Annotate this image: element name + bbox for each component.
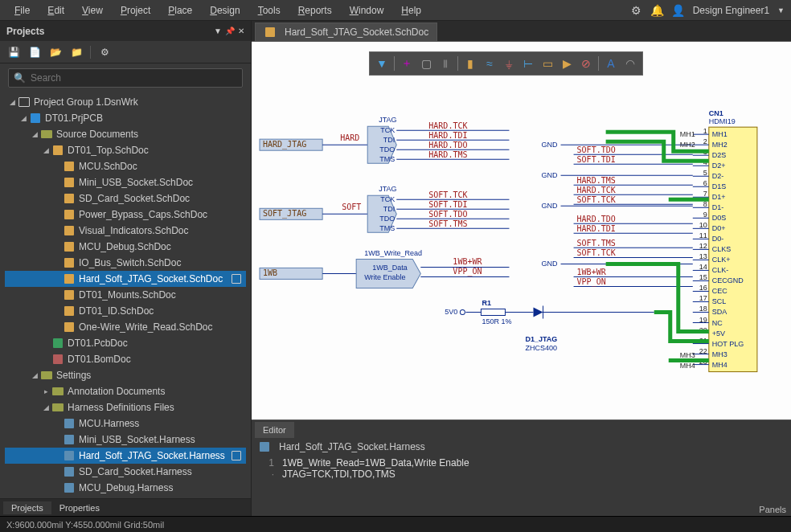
menu-project[interactable]: Project [113, 2, 158, 18]
onewb-harness: 1WB 1WB_Write_Read 1WB_Data Write Enable… [260, 249, 509, 288]
tree-item[interactable]: ◢ Source Documents [5, 126, 246, 142]
svg-text:GND: GND [542, 141, 559, 149]
place-gnd-icon[interactable]: ⏚ [500, 55, 518, 72]
tree-item[interactable]: Mini_USB_Socket.SchDoc [5, 174, 246, 190]
tree-item[interactable]: ◢ DT01.PrjPCB [5, 110, 246, 126]
tree-item[interactable]: DT01_ID.SchDoc [5, 303, 246, 319]
doc-tab-active[interactable]: Hard_Soft_JTAG_Socket.SchDoc [255, 23, 437, 41]
filter-icon[interactable]: ▼ [373, 55, 391, 72]
editor-code[interactable]: 11WB_Write_Read=1WB_Data,Write Enable·JT… [252, 456, 791, 516]
panel-close-icon[interactable]: ✕ [238, 27, 244, 35]
cursor-icon[interactable]: ＋ [398, 55, 416, 72]
svg-text:17: 17 [699, 294, 707, 302]
tab-projects[interactable]: Projects [3, 501, 51, 514]
projects-toolbar: 💾 📄 📂 📁 ⚙ [0, 41, 251, 63]
align-icon[interactable]: ⫴ [436, 55, 454, 72]
panel-dropdown-icon[interactable]: ▼ [214, 27, 222, 35]
svg-text:18: 18 [699, 305, 707, 313]
editor-tab[interactable]: Editor [255, 422, 294, 438]
tree-item[interactable]: Hard_Soft_JTAG_Socket.Harness [5, 448, 246, 464]
tree-item[interactable]: Visual_Indicators.SchDoc [5, 223, 246, 239]
user-dropdown-icon[interactable]: ▼ [777, 6, 785, 14]
place-port-icon[interactable]: ▶ [558, 55, 576, 72]
svg-text:9: 9 [703, 211, 707, 219]
tree-item[interactable]: MCU_Debug.Harness [5, 480, 246, 496]
save-icon[interactable]: 💾 [6, 45, 21, 59]
file-icon [18, 96, 31, 108]
arc-icon[interactable]: ◠ [621, 55, 639, 72]
menu-place[interactable]: Place [160, 2, 200, 18]
tree-item-label: Source Documents [56, 129, 138, 140]
user-name[interactable]: Design Engineer1 [693, 5, 769, 16]
tree-toggle-icon[interactable]: ◢ [40, 403, 51, 411]
tree-item[interactable]: SD_Card_Socket.SchDoc [5, 190, 246, 207]
menu-edit[interactable]: Edit [39, 2, 72, 18]
tree-toggle-icon[interactable]: ◢ [29, 130, 40, 138]
place-bus-icon[interactable]: ⊢ [519, 55, 537, 72]
search-icon: 🔍 [14, 72, 26, 84]
tree-item[interactable]: SD_Card_Socket.Harness [5, 464, 246, 480]
tree-item[interactable]: MCU.SchDoc [5, 158, 246, 174]
panels-button[interactable]: Panels [759, 505, 786, 514]
menu-design[interactable]: Design [202, 2, 248, 18]
bell-icon[interactable]: 🔔 [651, 4, 664, 17]
new-doc-icon[interactable]: 📄 [27, 45, 42, 59]
place-part-icon[interactable]: ▮ [461, 55, 479, 72]
svg-text:2: 2 [703, 137, 707, 145]
svg-text:Write Enable: Write Enable [364, 273, 405, 281]
tree-item[interactable]: Hard_Soft_JTAG_Socket.SchDoc [5, 271, 246, 287]
tab-properties[interactable]: Properties [51, 501, 108, 514]
no-erc-icon[interactable]: ⊘ [577, 55, 595, 72]
svg-rect-122 [481, 309, 505, 315]
user-icon[interactable]: 👤 [672, 4, 685, 17]
tree-item[interactable]: MCU_Debug.SchDoc [5, 239, 246, 255]
menu-help[interactable]: Help [393, 2, 429, 18]
tree-item[interactable]: ◢ Harness Definitions Files [5, 399, 246, 415]
search-box[interactable]: 🔍 [8, 68, 243, 88]
file-icon [63, 321, 76, 333]
open-project-icon[interactable]: 📁 [69, 45, 84, 59]
tree-item[interactable]: DT01.BomDoc [5, 351, 246, 367]
tree-item[interactable]: DT01.PcbDoc [5, 335, 246, 351]
editor-panel: Editor Hard_Soft_JTAG_Socket.Harness 11W… [252, 419, 791, 516]
tree-toggle-icon[interactable]: ◢ [6, 98, 18, 106]
svg-text:6: 6 [703, 179, 707, 187]
tree-item[interactable]: IO_Bus_Switch.SchDoc [5, 255, 246, 271]
tree-toggle-icon[interactable]: ◢ [40, 146, 51, 154]
tree-item[interactable]: ◢ Project Group 1.DsnWrk [5, 94, 246, 110]
schematic-svg[interactable]: CN1 HDMI19 1MH12MH23D2S4D2+5D2-6D1S7D1+8… [252, 42, 791, 419]
tree-item[interactable]: ◢ DT01_Top.SchDoc [5, 142, 246, 158]
tree-item[interactable]: ◢ Settings [5, 367, 246, 383]
menu-view[interactable]: View [74, 2, 111, 18]
tree-item[interactable]: DT01_Mounts.SchDoc [5, 287, 246, 303]
svg-text:JTAG: JTAG [379, 185, 396, 193]
menu-tools[interactable]: Tools [250, 2, 289, 18]
project-tree[interactable]: ◢ Project Group 1.DsnWrk ◢ DT01.PrjPCB ◢… [0, 92, 251, 498]
tree-item-label: DT01_Top.SchDoc [68, 145, 149, 156]
tree-toggle-icon[interactable]: ◢ [29, 371, 40, 379]
svg-text:HARD.TCK: HARD.TCK [428, 121, 467, 130]
select-rect-icon[interactable]: ▢ [417, 55, 435, 72]
place-wire-icon[interactable]: ≈ [481, 55, 498, 72]
svg-text:TMS: TMS [379, 224, 395, 232]
place-harness-icon[interactable]: ▭ [539, 55, 556, 72]
svg-text:MH4: MH4 [712, 361, 727, 369]
tree-toggle-icon[interactable]: ◢ [18, 114, 29, 122]
text-icon[interactable]: A [602, 55, 620, 72]
tree-item[interactable]: MCU.Harness [5, 415, 246, 432]
schematic-canvas[interactable]: ▼ ＋ ▢ ⫴ ▮ ≈ ⏚ ⊢ ▭ ▶ ⊘ A ◠ CN1 [252, 42, 791, 419]
menu-reports[interactable]: Reports [290, 2, 340, 18]
tree-item[interactable]: ▸ Annotation Documents [5, 383, 246, 399]
open-folder-icon[interactable]: 📂 [48, 45, 63, 59]
editor-file-name: Hard_Soft_JTAG_Socket.Harness [279, 441, 425, 452]
tree-item[interactable]: Power_Bypass_Caps.SchDoc [5, 207, 246, 223]
menu-window[interactable]: Window [342, 2, 392, 18]
menu-file[interactable]: File [6, 2, 38, 18]
settings-icon[interactable]: ⚙ [97, 45, 112, 59]
panel-pin-icon[interactable]: 📌 [225, 27, 235, 35]
gear-icon[interactable]: ⚙ [630, 4, 643, 17]
tree-item[interactable]: Mini_USB_Socket.Harness [5, 432, 246, 448]
search-input[interactable] [31, 72, 237, 84]
tree-toggle-icon[interactable]: ▸ [40, 387, 51, 395]
tree-item[interactable]: One-Wire_Write_Read.SchDoc [5, 319, 246, 335]
